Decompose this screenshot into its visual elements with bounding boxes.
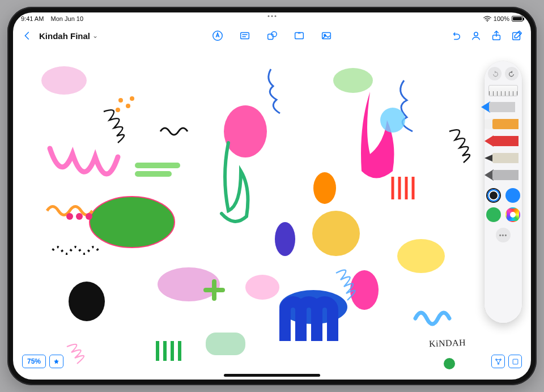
battery-icon bbox=[512, 16, 523, 22]
markup-button[interactable] bbox=[209, 27, 226, 44]
compose-button[interactable] bbox=[508, 27, 525, 44]
back-button[interactable] bbox=[19, 27, 36, 44]
svg-point-0 bbox=[487, 20, 488, 22]
color-black[interactable] bbox=[486, 188, 501, 203]
document-title-button[interactable]: Kindah Final ⌄ bbox=[39, 31, 98, 41]
star-icon bbox=[53, 358, 60, 365]
navigator-icon bbox=[494, 357, 503, 366]
screen: 9:41 AM Mon Jun 10 100% Kindah Final ⌄ bbox=[13, 12, 531, 380]
svg-rect-48 bbox=[513, 359, 518, 364]
drawing-palette[interactable]: ••• bbox=[484, 61, 522, 323]
svg-point-33 bbox=[66, 213, 73, 220]
compose-icon bbox=[511, 29, 523, 42]
share-icon bbox=[490, 29, 503, 42]
wifi-icon bbox=[483, 16, 491, 22]
bottom-left-controls: 75% bbox=[22, 355, 63, 368]
svg-point-32 bbox=[130, 96, 134, 101]
svg-point-18 bbox=[312, 211, 360, 256]
app-toolbar: Kindah Final ⌄ bbox=[13, 25, 531, 46]
markup-icon bbox=[211, 29, 224, 42]
ipad-frame: 9:41 AM Mon Jun 10 100% Kindah Final ⌄ bbox=[7, 7, 537, 385]
collaborate-icon bbox=[470, 29, 482, 42]
svg-point-39 bbox=[275, 222, 295, 256]
shapes-button[interactable] bbox=[264, 27, 280, 44]
svg-rect-5 bbox=[295, 33, 304, 39]
favorites-button[interactable] bbox=[49, 355, 63, 368]
svg-point-8 bbox=[474, 32, 478, 36]
tool-pen[interactable] bbox=[481, 100, 515, 114]
status-left: 9:41 AM Mon Jun 10 bbox=[21, 15, 83, 22]
svg-rect-2 bbox=[241, 33, 249, 39]
svg-point-17 bbox=[69, 282, 105, 321]
zoom-level-button[interactable]: 75% bbox=[22, 355, 46, 368]
svg-point-12 bbox=[333, 68, 373, 93]
multitask-indicator[interactable] bbox=[268, 15, 277, 17]
home-indicator[interactable] bbox=[224, 374, 320, 377]
palette-undo-button[interactable] bbox=[488, 67, 502, 80]
color-green[interactable] bbox=[486, 207, 501, 222]
status-time: 9:41 AM bbox=[21, 15, 44, 22]
zoom-label: 75% bbox=[27, 357, 41, 365]
tool-pencil[interactable] bbox=[484, 151, 518, 165]
bottom-right-controls bbox=[491, 355, 522, 368]
tool-crayon[interactable] bbox=[484, 134, 518, 148]
svg-point-15 bbox=[158, 267, 220, 301]
battery-percent: 100% bbox=[494, 15, 509, 22]
media-icon bbox=[320, 29, 333, 42]
palette-more-button[interactable]: ••• bbox=[496, 228, 511, 242]
share-button[interactable] bbox=[488, 27, 505, 44]
svg-point-37 bbox=[245, 275, 279, 300]
toolbar-right bbox=[447, 27, 525, 44]
svg-point-30 bbox=[126, 104, 130, 108]
zoom-fit-icon bbox=[511, 357, 520, 366]
shapes-icon bbox=[266, 29, 278, 42]
palette-redo-button[interactable] bbox=[505, 67, 518, 80]
color-blue[interactable] bbox=[505, 188, 520, 203]
tool-fountain-pen[interactable] bbox=[484, 168, 518, 182]
undo-arrow-icon bbox=[491, 70, 499, 78]
chevron-down-icon: ⌄ bbox=[92, 32, 98, 40]
table-icon bbox=[293, 29, 305, 42]
navigator-button[interactable] bbox=[491, 355, 505, 368]
undo-icon bbox=[449, 29, 462, 42]
svg-point-34 bbox=[76, 213, 83, 220]
textbox-button[interactable] bbox=[236, 27, 253, 44]
svg-point-42 bbox=[380, 108, 405, 133]
status-right: 100% bbox=[483, 15, 523, 22]
status-bar: 9:41 AM Mon Jun 10 100% bbox=[13, 12, 531, 25]
svg-rect-36 bbox=[206, 333, 245, 355]
artwork-signature: KiNDAH bbox=[428, 338, 466, 349]
color-swatches bbox=[486, 188, 520, 222]
zoom-fit-button[interactable] bbox=[508, 355, 522, 368]
media-button[interactable] bbox=[318, 27, 335, 44]
svg-point-35 bbox=[86, 213, 92, 220]
collaborate-button[interactable] bbox=[468, 27, 484, 44]
ruler-tool[interactable] bbox=[488, 85, 518, 96]
toolbar-left: Kindah Final ⌄ bbox=[19, 27, 98, 44]
document-title: Kindah Final bbox=[39, 31, 90, 41]
svg-point-14 bbox=[397, 239, 445, 273]
undo-button[interactable] bbox=[447, 27, 464, 44]
textbox-icon bbox=[239, 29, 251, 42]
status-date: Mon Jun 10 bbox=[51, 15, 83, 22]
redo-arrow-icon bbox=[508, 70, 516, 78]
table-button[interactable] bbox=[291, 27, 308, 44]
chevron-left-icon bbox=[21, 29, 33, 42]
color-picker-button[interactable] bbox=[505, 207, 520, 222]
svg-point-29 bbox=[118, 98, 123, 103]
svg-point-13 bbox=[224, 105, 267, 157]
svg-point-31 bbox=[116, 108, 120, 112]
svg-rect-3 bbox=[268, 34, 273, 39]
svg-point-44 bbox=[444, 358, 455, 369]
tool-list bbox=[488, 100, 518, 182]
svg-point-11 bbox=[41, 66, 87, 95]
tool-marker[interactable] bbox=[484, 117, 518, 131]
svg-point-43 bbox=[313, 172, 336, 204]
toolbar-center bbox=[209, 27, 335, 44]
